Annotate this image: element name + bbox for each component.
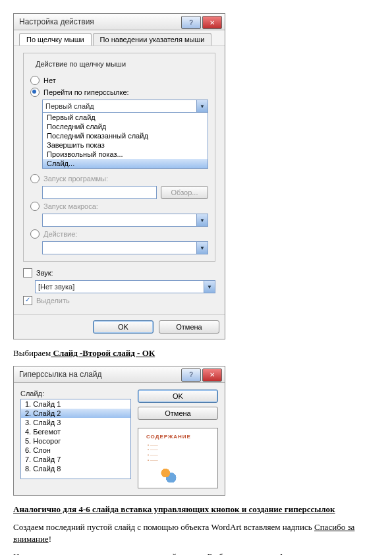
group-title: Действие по щелчку мыши [33, 60, 128, 68]
dialog-title: Настройка действия [19, 17, 181, 26]
label-hyperlink: Перейти по гиперссылке: [43, 88, 129, 96]
instruction-text: Создаем последний пустой слайд с помощью… [13, 521, 379, 544]
tab-on-hover[interactable]: По наведении указателя мыши [93, 33, 212, 45]
list-item[interactable]: Слайд... [43, 159, 208, 168]
close-button[interactable]: ✕ [202, 368, 222, 382]
slide-label: Слайд: [20, 390, 131, 397]
list-item[interactable]: 1. Слайд 1 [21, 399, 130, 409]
close-button[interactable]: ✕ [202, 16, 222, 29]
cancel-button[interactable]: Отмена [138, 407, 218, 420]
ok-button[interactable]: OK [138, 390, 218, 403]
action-settings-dialog: Настройка действия ? ✕ По щелчку мыши По… [13, 13, 225, 339]
help-button[interactable]: ? [181, 16, 201, 29]
slide-preview: СОДЕРЖАНИЕ • ——• ——• ——• —— [138, 428, 218, 488]
chevron-down-icon[interactable]: ▼ [196, 100, 208, 112]
list-item[interactable]: Первый слайд [43, 113, 208, 122]
instruction-heading: Аналогично для 4-6 слайда вставка управл… [13, 504, 379, 515]
label-sound: Звук: [36, 269, 53, 277]
cancel-button[interactable]: Отмена [159, 320, 219, 334]
checkbox-sound[interactable] [23, 268, 32, 278]
radio-run-program[interactable] [30, 174, 40, 183]
list-item[interactable]: 5. Носорог [21, 436, 130, 446]
browse-button[interactable]: Обзор... [161, 186, 208, 199]
checkbox-highlight [23, 296, 32, 305]
hyperlink-listbox[interactable]: Первый слайд Последний слайд Последний п… [42, 112, 208, 169]
list-item[interactable]: Последний слайд [43, 122, 208, 131]
label-run-program: Запуск программы: [43, 175, 108, 183]
list-item[interactable]: Произвольный показ... [43, 150, 208, 159]
sound-combo: [Нет звука]▼ [35, 280, 215, 293]
dialog-title: Гиперссылка на слайд [19, 370, 181, 379]
slide-listbox[interactable]: 1. Слайд 1 2. Слайд 2 3. Слайд 3 4. Беге… [20, 399, 131, 479]
help-button[interactable]: ? [181, 368, 201, 382]
titlebar[interactable]: Настройка действия ? ✕ [14, 14, 225, 30]
label-highlight: Выделить [36, 297, 70, 305]
label-macro: Запуск макроса: [43, 202, 98, 210]
list-item[interactable]: 8. Слайд 8 [21, 464, 130, 473]
instruction-text: Выбираем Слайд -Второй слайд - ОК [13, 347, 379, 359]
list-item[interactable]: 3. Слайд 3 [21, 418, 130, 427]
ok-button[interactable]: OK [93, 320, 154, 334]
label-none: Нет [43, 76, 56, 84]
radio-none[interactable] [30, 76, 40, 85]
radio-macro [30, 202, 40, 211]
list-item[interactable]: 6. Слон [21, 446, 130, 455]
list-item[interactable]: Последний показанный слайд [43, 131, 208, 140]
list-item[interactable]: 2. Слайд 2 [21, 409, 130, 418]
radio-action [30, 229, 40, 239]
list-item[interactable]: Завершить показ [43, 140, 208, 150]
radio-hyperlink[interactable] [30, 88, 40, 97]
preview-graphic-icon [158, 467, 177, 482]
instruction-text: Настраиваем презентацию в автоматический… [13, 551, 379, 555]
hyperlink-slide-dialog: Гиперссылка на слайд ? ✕ Слайд: 1. Слайд… [13, 366, 225, 496]
label-action: Действие: [43, 230, 77, 238]
list-item[interactable]: 7. Слайд 7 [21, 455, 130, 464]
hyperlink-combo[interactable]: Первый слайд▼ [42, 100, 208, 113]
titlebar[interactable]: Гиперссылка на слайд ? ✕ [14, 366, 225, 383]
tab-on-click[interactable]: По щелчку мыши [19, 33, 92, 45]
list-item[interactable]: 4. Бегемот [21, 427, 130, 436]
